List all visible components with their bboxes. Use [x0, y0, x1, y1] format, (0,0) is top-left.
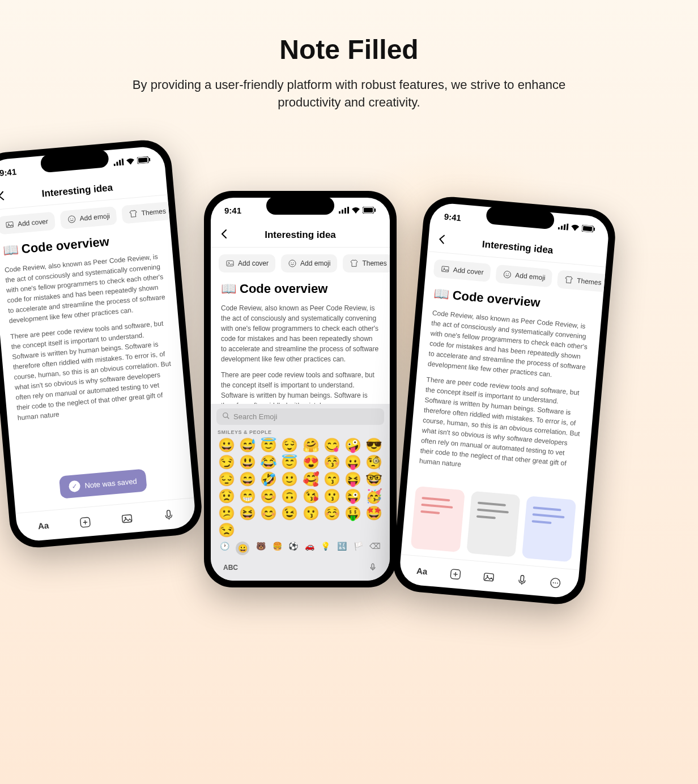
emoji-item[interactable]: 😀 — [218, 437, 235, 453]
emoji-item[interactable]: 😏 — [218, 454, 235, 470]
emoji-item[interactable]: 😍 — [303, 454, 320, 470]
add-button[interactable] — [78, 515, 92, 529]
emoji-item[interactable]: 🤓 — [365, 471, 382, 487]
svg-rect-6 — [149, 157, 151, 161]
emoji-item[interactable]: 🤪 — [344, 437, 361, 453]
emoji-item[interactable]: 😎 — [365, 437, 382, 453]
svg-point-28 — [223, 412, 228, 417]
emoji-item[interactable]: 😕 — [218, 505, 235, 521]
hero-title: Note Filled — [0, 34, 698, 65]
objects-tab[interactable]: 💡 — [321, 542, 330, 555]
emoji-item[interactable]: 😜 — [344, 488, 361, 504]
image-button[interactable] — [120, 512, 134, 525]
note-content[interactable]: 📖Code overview Code Review, also known a… — [407, 283, 603, 501]
emoji-item[interactable]: 😂 — [260, 454, 277, 470]
more-button[interactable] — [549, 576, 563, 589]
theme-option-gray[interactable] — [466, 491, 521, 557]
emoji-item[interactable]: 🥰 — [303, 471, 320, 487]
travel-tab[interactable]: 🚗 — [305, 542, 314, 555]
text-style-button[interactable]: Aa — [37, 519, 50, 532]
emoji-item[interactable]: 😆 — [239, 505, 256, 521]
emoji-item[interactable]: 🤑 — [344, 505, 361, 521]
smileys-tab[interactable]: 😀 — [236, 542, 249, 555]
battery-icon — [581, 223, 595, 234]
emoji-item[interactable]: 🙂 — [281, 471, 298, 487]
emoji-item[interactable]: 😊 — [260, 488, 277, 504]
emoji-item[interactable]: 😛 — [344, 454, 361, 470]
battery-icon — [137, 155, 151, 165]
emoji-item[interactable]: 🤣 — [260, 471, 277, 487]
add-cover-button[interactable]: Add cover — [433, 259, 491, 282]
recent-tab[interactable]: 🕐 — [220, 542, 229, 555]
emoji-item[interactable]: 😝 — [344, 471, 361, 487]
activity-tab[interactable]: ⚽ — [288, 542, 298, 555]
food-tab[interactable]: 🍔 — [273, 542, 282, 555]
emoji-item[interactable]: 😄 — [239, 471, 256, 487]
svg-point-25 — [289, 260, 296, 267]
mic-button[interactable] — [516, 573, 529, 586]
abc-button[interactable]: ABC — [223, 564, 238, 572]
status-icons — [557, 221, 595, 234]
mic-button[interactable] — [162, 508, 176, 521]
emoji-item[interactable]: 🤗 — [303, 437, 320, 453]
svg-rect-19 — [347, 207, 349, 214]
emoji-item[interactable]: 😇 — [260, 437, 277, 453]
note-content[interactable]: 📖Code overview Code Review, also known a… — [0, 227, 194, 513]
svg-rect-15 — [167, 510, 170, 516]
themes-button[interactable]: Themes — [557, 270, 606, 292]
theme-option-blue[interactable] — [522, 496, 576, 562]
emoji-item[interactable]: 😒 — [218, 522, 235, 538]
emoji-item[interactable]: 🥳 — [365, 488, 382, 504]
svg-rect-1 — [116, 161, 118, 165]
svg-point-10 — [70, 218, 71, 219]
themes-button[interactable]: Themes — [121, 201, 170, 224]
image-button[interactable] — [482, 570, 496, 583]
emoji-item[interactable]: 😗 — [303, 505, 320, 521]
add-emoji-button[interactable]: Add emoji — [495, 265, 553, 288]
emoji-item[interactable]: 😙 — [324, 471, 341, 487]
flags-tab[interactable]: 🏳️ — [354, 542, 363, 555]
emoji-item[interactable]: 🤩 — [365, 505, 382, 521]
status-time: 9:41 — [0, 166, 17, 177]
note-paragraph: Code Review, also known as Peer Code Rev… — [4, 251, 167, 326]
note-content[interactable]: 📖Code overview Code Review, also known a… — [211, 279, 390, 404]
svg-point-48 — [555, 582, 556, 583]
emoji-item[interactable]: 😉 — [281, 505, 298, 521]
themes-button[interactable]: Themes — [343, 254, 390, 272]
add-button[interactable] — [449, 567, 462, 581]
emoji-item[interactable]: 😟 — [218, 488, 235, 504]
emoji-item[interactable]: ☺️ — [324, 505, 341, 521]
emoji-item[interactable]: 😗 — [324, 488, 341, 504]
emoji-search-input[interactable]: Search Emoji — [216, 408, 384, 425]
note-paragraph: Code Review, also known as Peer Code Rev… — [427, 308, 590, 382]
theme-option-pink[interactable] — [411, 486, 465, 552]
emoji-item[interactable]: 😁 — [239, 488, 256, 504]
chip-row: Add cover Add emoji Themes — [211, 248, 390, 279]
emoji-item[interactable]: 🙃 — [281, 488, 298, 504]
emoji-item[interactable]: 😊 — [260, 505, 277, 521]
status-icons — [339, 206, 376, 215]
book-icon: 📖 — [433, 286, 450, 302]
emoji-item[interactable]: 😅 — [239, 437, 256, 453]
emoji-item[interactable]: 🧐 — [365, 454, 382, 470]
emoji-item[interactable]: 😃 — [239, 454, 256, 470]
emoji-item[interactable]: 😋 — [324, 437, 341, 453]
add-cover-button[interactable]: Add cover — [0, 211, 56, 235]
emoji-icon — [288, 259, 297, 268]
add-emoji-button[interactable]: Add emoji — [281, 254, 337, 272]
animals-tab[interactable]: 🐻 — [256, 542, 266, 555]
svg-rect-30 — [558, 227, 560, 229]
emoji-item[interactable]: 😘 — [303, 488, 320, 504]
phone-notch — [266, 197, 334, 215]
symbols-tab[interactable]: 🔣 — [337, 542, 347, 555]
emoji-item[interactable]: 😌 — [281, 437, 298, 453]
emoji-item[interactable]: 😚 — [324, 454, 341, 470]
dictation-button[interactable] — [368, 562, 377, 574]
emoji-item[interactable]: 😇 — [281, 454, 298, 470]
emoji-item[interactable]: 😔 — [218, 471, 235, 487]
text-style-button[interactable]: Aa — [415, 564, 429, 578]
add-cover-button[interactable]: Add cover — [219, 254, 275, 272]
delete-button[interactable]: ⌫ — [369, 542, 381, 555]
svg-rect-17 — [342, 210, 343, 214]
add-emoji-button[interactable]: Add emoji — [59, 206, 117, 229]
